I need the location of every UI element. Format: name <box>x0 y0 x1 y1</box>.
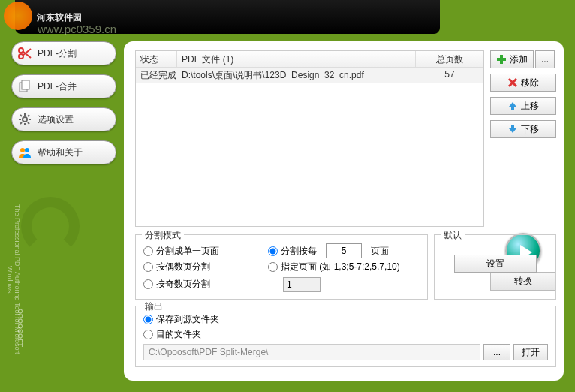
sidebar-item-split[interactable]: PDF-分割 <box>11 41 116 65</box>
sidebar: PDF-分割 PDF-合并 选项设置 帮助和关于 <box>0 38 116 173</box>
radio-every[interactable]: 分割按每 <box>268 245 317 258</box>
down-label: 下移 <box>521 123 539 136</box>
every-n-input[interactable] <box>326 243 362 258</box>
sidebar-item-label: 帮助和关于 <box>38 146 83 159</box>
pages-input[interactable] <box>283 277 321 292</box>
radio-dest-folder[interactable]: 目的文件夹 <box>143 328 201 341</box>
documents-icon <box>17 78 33 95</box>
up-label: 上移 <box>521 100 539 113</box>
radio-even[interactable]: 按偶数页分割 <box>143 261 263 273</box>
watermark-icon <box>4 2 32 30</box>
move-down-button[interactable]: 下移 <box>490 120 556 138</box>
add-menu-button[interactable]: ... <box>535 50 555 68</box>
sidebar-item-label: PDF-分割 <box>38 47 77 60</box>
people-icon <box>17 144 33 161</box>
output-title: 输出 <box>142 300 166 313</box>
cell-status: 已经完成! <box>136 68 177 83</box>
background-logo <box>21 197 66 264</box>
browse-button[interactable]: ... <box>483 344 510 360</box>
col-file[interactable]: PDF 文件 (1) <box>177 51 416 67</box>
plus-icon <box>496 54 507 65</box>
radio-single[interactable]: 分割成单一页面 <box>143 245 263 258</box>
defaults-title: 默认 <box>441 229 465 242</box>
sidebar-item-label: PDF-合并 <box>38 80 77 93</box>
split-title: 分割模式 <box>142 229 184 242</box>
remove-label: 移除 <box>521 77 539 89</box>
col-status[interactable]: 状态 <box>136 51 177 67</box>
radio-pages[interactable]: 指定页面 (如 1,3;5-7;2,5,7,10) <box>268 261 400 273</box>
cell-pages: 57 <box>416 68 483 83</box>
cell-file: D:\tools\桌面\说明书\123D_Design_32_cn.pdf <box>177 68 416 83</box>
remove-button[interactable]: 移除 <box>490 74 556 92</box>
output-fieldset: 输出 保存到源文件夹 目的文件夹 ... 打开 <box>135 306 556 367</box>
sidebar-item-help[interactable]: 帮助和关于 <box>11 140 116 164</box>
svg-point-5 <box>20 148 25 152</box>
svg-rect-8 <box>497 58 506 61</box>
add-label: 添加 <box>510 53 528 66</box>
table-header: 状态 PDF 文件 (1) 总页数 <box>136 51 483 68</box>
file-buttons: 添加 ... 移除 上移 下移 <box>490 50 556 227</box>
settings-button[interactable]: 设置 <box>454 255 537 273</box>
svg-point-4 <box>23 117 27 122</box>
arrow-up-icon <box>507 101 518 111</box>
gear-icon <box>17 111 33 128</box>
add-button[interactable]: 添加 <box>490 50 534 68</box>
output-section: 输出 保存到源文件夹 目的文件夹 ... 打开 <box>135 306 556 367</box>
radio-odd[interactable]: 按奇数页分割 <box>143 278 263 291</box>
split-section: 分割模式 分割成单一页面 分割按每 页面 按偶数页分割 指定页面 (如 1,3;… <box>135 234 556 300</box>
output-path-input[interactable] <box>143 344 480 360</box>
sidebar-item-options[interactable]: 选项设置 <box>11 107 116 131</box>
watermark-url: www.pc0359.cn <box>38 23 116 35</box>
scissors-icon <box>17 45 33 62</box>
svg-rect-3 <box>22 80 29 89</box>
x-icon <box>507 77 518 88</box>
file-area: 状态 PDF 文件 (1) 总页数 已经完成! D:\tools\桌面\说明书\… <box>135 50 556 227</box>
open-button[interactable]: 打开 <box>513 344 548 360</box>
col-pages[interactable]: 总页数 <box>416 51 483 67</box>
file-table: 状态 PDF 文件 (1) 总页数 已经完成! D:\tools\桌面\说明书\… <box>135 50 484 227</box>
every-suffix: 页面 <box>371 245 389 258</box>
svg-point-6 <box>25 148 29 152</box>
sidebar-item-merge[interactable]: PDF-合并 <box>11 74 116 98</box>
sidebar-item-label: 选项设置 <box>38 113 74 126</box>
arrow-down-icon <box>507 124 518 134</box>
split-mode-fieldset: 分割模式 分割成单一页面 分割按每 页面 按偶数页分割 指定页面 (如 1,3;… <box>135 234 428 300</box>
defaults-fieldset: 默认 设置 <box>434 234 556 300</box>
table-row[interactable]: 已经完成! D:\tools\桌面\说明书\123D_Design_32_cn.… <box>136 68 483 83</box>
radio-save-source[interactable]: 保存到源文件夹 <box>143 313 219 326</box>
main-panel: 状态 PDF 文件 (1) 总页数 已经完成! D:\tools\桌面\说明书\… <box>124 41 564 381</box>
move-up-button[interactable]: 上移 <box>490 97 556 115</box>
tagline-text: The Professional PDF Authoring Tool for … <box>6 197 21 362</box>
watermark-text: 河东软件园 <box>37 12 82 23</box>
